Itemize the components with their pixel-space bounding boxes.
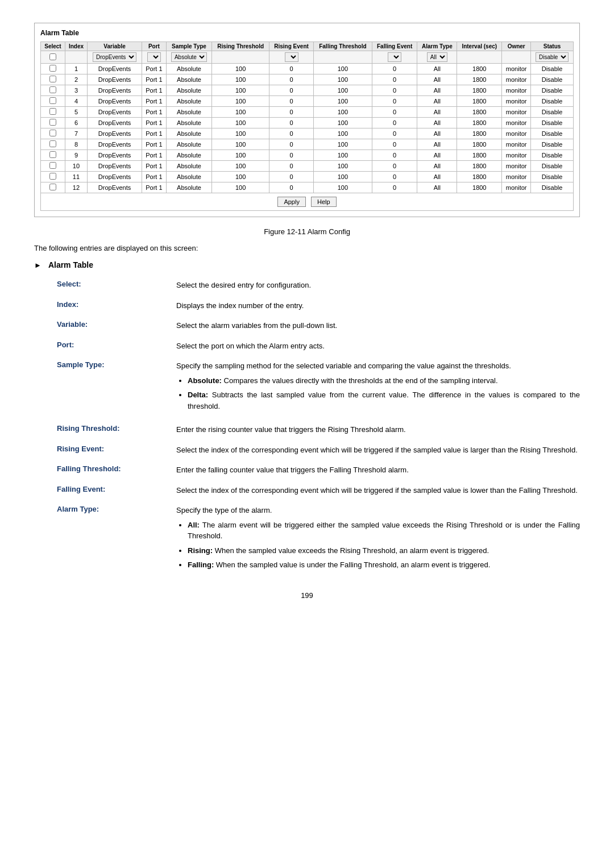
- variable-select[interactable]: DropEvents: [93, 52, 136, 62]
- row-port: Port 1: [142, 64, 167, 74]
- arrow-icon: ►: [34, 261, 42, 269]
- row-alarm-type: All: [417, 107, 457, 118]
- filter-status[interactable]: Disable: [531, 51, 574, 64]
- row-owner: monitor: [502, 182, 531, 193]
- row-falling-event: 0: [372, 107, 417, 118]
- row-falling-event: 0: [372, 182, 417, 193]
- field-desc: Enter the falling counter value that tri…: [176, 464, 580, 476]
- row-index: 6: [65, 118, 87, 128]
- row-sample-type: Absolute: [166, 64, 211, 74]
- bullet-term: Falling:: [188, 560, 214, 569]
- field-entry: Falling Event: Select the index of the c…: [34, 485, 580, 496]
- row-falling-threshold: 100: [313, 96, 372, 107]
- row-checkbox[interactable]: [41, 107, 65, 118]
- row-checkbox[interactable]: [41, 128, 65, 139]
- row-rising-threshold: 100: [212, 182, 269, 193]
- row-alarm-type: All: [417, 182, 457, 193]
- row-status: Disable: [531, 182, 574, 193]
- field-label: Rising Event:: [57, 445, 176, 456]
- field-desc: Select the port on which the Alarm entry…: [176, 340, 580, 352]
- table-row: 10 DropEvents Port 1 Absolute 100 0 100 …: [41, 161, 574, 172]
- row-checkbox[interactable]: [41, 172, 65, 182]
- field-entry: Rising Event: Select the index of the co…: [34, 445, 580, 456]
- row-variable: DropEvents: [88, 96, 142, 107]
- bullet-term: Absolute:: [188, 376, 222, 385]
- row-sample-type: Absolute: [166, 128, 211, 139]
- field-desc: Displays the index number of the entry.: [176, 300, 580, 312]
- row-index: 1: [65, 64, 87, 74]
- row-port: Port 1: [142, 150, 167, 161]
- bullet-item: Delta: Subtracts the last sampled value …: [188, 389, 580, 412]
- row-index: 3: [65, 85, 87, 96]
- field-entry: Alarm Type: Specify the type of the alar…: [34, 505, 580, 574]
- row-variable: DropEvents: [88, 118, 142, 128]
- row-rising-threshold: 100: [212, 96, 269, 107]
- row-alarm-type: All: [417, 64, 457, 74]
- row-checkbox[interactable]: [41, 182, 65, 193]
- bullet-term: Rising:: [188, 546, 213, 555]
- row-rising-threshold: 100: [212, 85, 269, 96]
- row-checkbox[interactable]: [41, 118, 65, 128]
- row-checkbox[interactable]: [41, 161, 65, 172]
- row-checkbox[interactable]: [41, 96, 65, 107]
- field-label: Falling Threshold:: [57, 464, 176, 476]
- row-owner: monitor: [502, 128, 531, 139]
- row-rising-event: 0: [269, 161, 314, 172]
- filter-port[interactable]: [142, 51, 167, 64]
- filter-falling-event[interactable]: [372, 51, 417, 64]
- sample-type-select[interactable]: Absolute: [171, 52, 207, 62]
- row-sample-type: Absolute: [166, 172, 211, 182]
- row-rising-threshold: 100: [212, 118, 269, 128]
- row-port: Port 1: [142, 139, 167, 150]
- intro-text: The following entries are displayed on t…: [34, 244, 580, 252]
- row-port: Port 1: [142, 74, 167, 85]
- field-desc: Select the index of the corresponding ev…: [176, 485, 580, 496]
- row-checkbox[interactable]: [41, 139, 65, 150]
- row-interval: 1800: [457, 182, 502, 193]
- filter-index: [65, 51, 87, 64]
- row-variable: DropEvents: [88, 182, 142, 193]
- row-variable: DropEvents: [88, 139, 142, 150]
- row-checkbox[interactable]: [41, 85, 65, 96]
- field-label: Sample Type:: [57, 360, 176, 415]
- bullet-item: Absolute: Compares the values directly w…: [188, 375, 580, 387]
- help-button[interactable]: Help: [311, 197, 337, 207]
- table-row: 7 DropEvents Port 1 Absolute 100 0 100 0…: [41, 128, 574, 139]
- row-status: Disable: [531, 172, 574, 182]
- filter-sample-type[interactable]: Absolute: [166, 51, 211, 64]
- field-desc: Select the alarm variables from the pull…: [176, 320, 580, 331]
- field-entry: Index: Displays the index number of the …: [34, 300, 580, 312]
- row-sample-type: Absolute: [166, 107, 211, 118]
- row-checkbox[interactable]: [41, 74, 65, 85]
- table-row: 9 DropEvents Port 1 Absolute 100 0 100 0…: [41, 150, 574, 161]
- row-rising-event: 0: [269, 118, 314, 128]
- falling-event-select[interactable]: [388, 52, 401, 62]
- row-status: Disable: [531, 161, 574, 172]
- col-falling-event: Falling Event: [372, 42, 417, 51]
- port-select[interactable]: [147, 52, 161, 62]
- row-checkbox[interactable]: [41, 64, 65, 74]
- field-desc: Enter the rising counter value that trig…: [176, 424, 580, 435]
- row-rising-threshold: 100: [212, 139, 269, 150]
- filter-select-checkbox[interactable]: [41, 51, 65, 64]
- row-sample-type: Absolute: [166, 74, 211, 85]
- row-status: Disable: [531, 96, 574, 107]
- row-port: Port 1: [142, 107, 167, 118]
- row-falling-threshold: 100: [313, 172, 372, 182]
- apply-button[interactable]: Apply: [277, 197, 306, 207]
- row-falling-threshold: 100: [313, 150, 372, 161]
- rising-event-select[interactable]: [285, 52, 298, 62]
- row-falling-event: 0: [372, 85, 417, 96]
- filter-variable[interactable]: DropEvents: [88, 51, 142, 64]
- row-owner: monitor: [502, 107, 531, 118]
- row-index: 10: [65, 161, 87, 172]
- row-index: 9: [65, 150, 87, 161]
- row-checkbox[interactable]: [41, 150, 65, 161]
- status-select[interactable]: Disable: [536, 52, 569, 62]
- row-rising-event: 0: [269, 150, 314, 161]
- filter-rising-event[interactable]: [269, 51, 314, 64]
- col-rising-threshold: Rising Threshold: [212, 42, 269, 51]
- table-row: 2 DropEvents Port 1 Absolute 100 0 100 0…: [41, 74, 574, 85]
- alarm-type-select[interactable]: All: [427, 52, 447, 62]
- filter-alarm-type[interactable]: All: [417, 51, 457, 64]
